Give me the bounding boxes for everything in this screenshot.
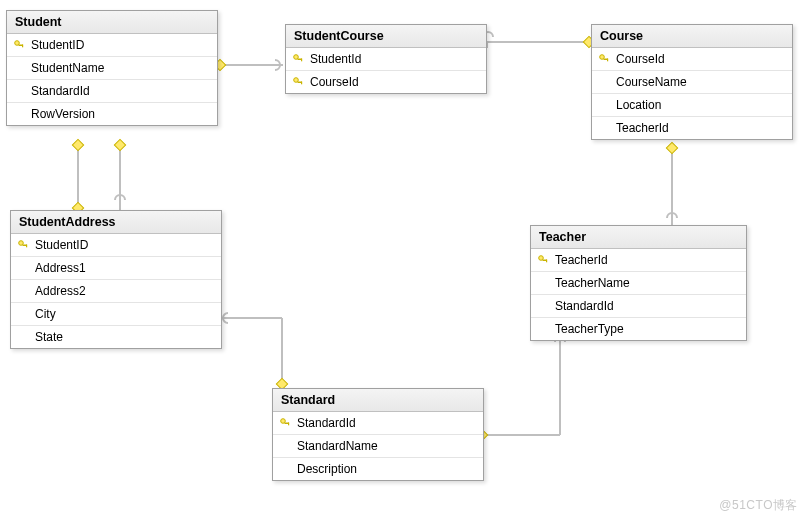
- field-row: Location: [592, 94, 792, 117]
- field-name: Description: [293, 462, 357, 476]
- field-row: StandardName: [273, 435, 483, 458]
- entity-standard[interactable]: Standard StandardId StandardName Descrip…: [272, 388, 484, 481]
- field-name: CourseName: [612, 75, 687, 89]
- svg-rect-26: [301, 82, 302, 85]
- field-row: TeacherName: [531, 272, 746, 295]
- field-row: StudentID: [11, 234, 221, 257]
- field-row: TeacherType: [531, 318, 746, 340]
- field-row: StudentID: [7, 34, 217, 57]
- field-row: StandardId: [531, 295, 746, 318]
- field-name: TeacherId: [551, 253, 608, 267]
- entity-teacher[interactable]: Teacher TeacherId TeacherName StandardId…: [530, 225, 747, 341]
- svg-rect-35: [546, 260, 547, 263]
- field-name: TeacherId: [612, 121, 669, 135]
- entity-title: StudentAddress: [11, 211, 221, 234]
- primary-key-icon: [279, 417, 291, 429]
- field-row: State: [11, 326, 221, 348]
- field-row: CourseName: [592, 71, 792, 94]
- field-name: CourseId: [306, 75, 359, 89]
- field-name: StudentID: [31, 238, 88, 252]
- svg-rect-29: [607, 59, 608, 62]
- field-row: StudentId: [286, 48, 486, 71]
- svg-rect-38: [288, 423, 289, 426]
- field-name: StandardId: [551, 299, 614, 313]
- entity-title: StudentCourse: [286, 25, 486, 48]
- field-name: TeacherType: [551, 322, 624, 336]
- field-row: CourseId: [592, 48, 792, 71]
- field-row: TeacherId: [531, 249, 746, 272]
- field-name: StudentId: [306, 52, 361, 66]
- field-row: City: [11, 303, 221, 326]
- entity-title: Teacher: [531, 226, 746, 249]
- field-row: TeacherId: [592, 117, 792, 139]
- field-name: StandardId: [293, 416, 356, 430]
- field-row: StandardId: [7, 80, 217, 103]
- field-name: City: [31, 307, 56, 321]
- svg-rect-17: [666, 142, 677, 153]
- field-row: StudentName: [7, 57, 217, 80]
- field-row: Description: [273, 458, 483, 480]
- entity-student[interactable]: Student StudentID StudentName StandardId…: [6, 10, 218, 126]
- field-row: CourseId: [286, 71, 486, 93]
- entity-course[interactable]: Course CourseId CourseName Location Teac…: [591, 24, 793, 140]
- primary-key-icon: [292, 53, 304, 65]
- svg-rect-32: [26, 245, 27, 248]
- primary-key-icon: [13, 39, 25, 51]
- primary-key-icon: [292, 76, 304, 88]
- field-row: Address1: [11, 257, 221, 280]
- entity-title: Student: [7, 11, 217, 34]
- svg-rect-6: [72, 139, 83, 150]
- field-name: StudentID: [27, 38, 84, 52]
- field-name: State: [31, 330, 63, 344]
- entity-studentaddress[interactable]: StudentAddress StudentID Address1 Addres…: [10, 210, 222, 349]
- primary-key-icon: [17, 239, 29, 251]
- entity-title: Course: [592, 25, 792, 48]
- entity-studentcourse[interactable]: StudentCourse StudentId CourseId: [285, 24, 487, 94]
- field-row: StandardId: [273, 412, 483, 435]
- field-name: Location: [612, 98, 661, 112]
- field-name: StandardId: [27, 84, 90, 98]
- field-name: StudentName: [27, 61, 104, 75]
- field-name: CourseId: [612, 52, 665, 66]
- entity-title: Standard: [273, 389, 483, 412]
- primary-key-icon: [537, 254, 549, 266]
- svg-rect-20: [22, 45, 23, 48]
- field-name: StandardName: [293, 439, 378, 453]
- field-name: Address1: [31, 261, 86, 275]
- field-row: Address2: [11, 280, 221, 303]
- svg-rect-9: [114, 139, 125, 150]
- watermark: @51CTO博客: [719, 497, 798, 514]
- primary-key-icon: [598, 53, 610, 65]
- field-name: TeacherName: [551, 276, 630, 290]
- field-name: Address2: [31, 284, 86, 298]
- field-name: RowVersion: [27, 107, 95, 121]
- svg-rect-23: [301, 59, 302, 62]
- field-row: RowVersion: [7, 103, 217, 125]
